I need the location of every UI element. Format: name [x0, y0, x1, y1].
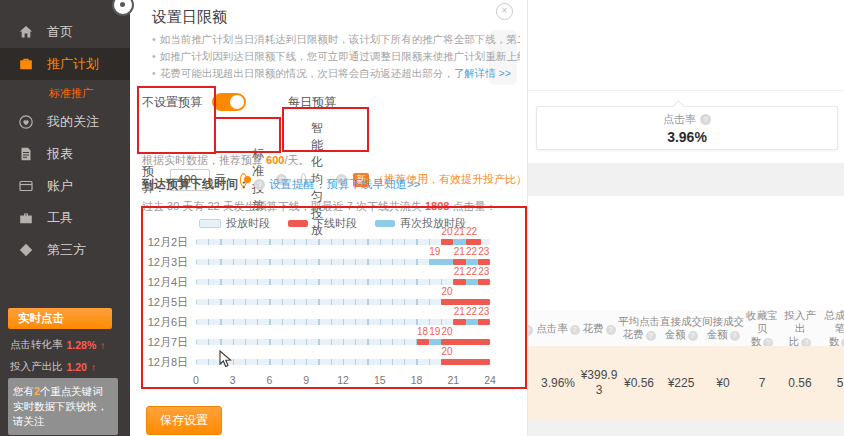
header-line: 收藏宝贝 [746, 309, 778, 334]
x-axis-tick: 3 [230, 374, 236, 386]
legend-label: 投放时段 [226, 216, 270, 231]
segment-hour-label: 23 [478, 266, 489, 277]
realtime-stat: 点击转化率1.28%↑ [10, 334, 128, 356]
column-header: 点击率? [536, 322, 580, 335]
header-line: 总成交笔 [824, 309, 844, 334]
metric-value: ¥399.93 [580, 368, 618, 398]
sidebar-item-label: 第三方 [47, 241, 86, 259]
sidebar-item-首页[interactable]: 首页 [0, 16, 130, 48]
x-axis-tick: 0 [193, 374, 199, 386]
sidebar-item-label: 标准推广 [49, 86, 93, 101]
offline-segment [478, 279, 490, 285]
chart-row-date: 12月6日 [142, 315, 188, 330]
header-line: 比 [789, 335, 800, 347]
rule-bullet: •如当前推广计划当日消耗达到日限额时，该计划下所有的推广将全部下线，第二天自动上… [152, 31, 520, 48]
chart-row-date: 12月8日 [142, 355, 188, 370]
segment-hour-label: 21 [454, 266, 465, 277]
save-settings-button[interactable]: 保存设置 [146, 406, 222, 435]
up-arrow-icon: ↑ [91, 362, 96, 373]
header-line: 金额 [665, 328, 686, 340]
sidebar-item-标准推广[interactable]: 标准推广 [0, 80, 130, 106]
info-icon[interactable]: ? [646, 331, 656, 341]
column-header: 总成交笔数? [820, 309, 844, 348]
sidebar-item-我的关注[interactable]: 我的关注 [0, 106, 130, 138]
x-axis-tick: 21 [447, 374, 459, 386]
bullet-dot: • [152, 33, 156, 45]
sidebar-item-label: 账户 [47, 177, 73, 195]
info-icon[interactable]: ? [570, 325, 580, 335]
gray-band [528, 163, 844, 196]
info-icon[interactable]: ? [527, 325, 533, 336]
column-header: 平均点击花费? [618, 315, 660, 341]
recommend-budget-hint: 根据实时数据，推荐预算 600/天。 [142, 153, 309, 168]
reminder-label: 到达预算下线时间： [142, 176, 250, 193]
x-axis-tick: 18 [411, 374, 423, 386]
info-icon[interactable]: ? [688, 331, 698, 341]
screen: 首页推广计划标准推广我的关注报表账户工具第三方 实时点击 点击转化率1.28%↑… [0, 0, 844, 436]
divider [528, 90, 844, 91]
realtime-notice: 您有2个重点关键词实时数据下跌较快，请关注 [8, 378, 118, 435]
offline-time-reminder-row: 到达预算下线时间： ? 设置提醒，预算下线早知道>> [142, 176, 420, 193]
segment-hour-label: 19 [429, 326, 440, 337]
metric-value: 0.56 [780, 376, 820, 391]
redelivery-segment [466, 279, 478, 285]
segment-hour-label: 22 [466, 246, 477, 257]
info-icon[interactable]: ? [606, 325, 616, 335]
offline-segment [441, 359, 490, 365]
history-lost-clicks: 1808 [425, 200, 449, 212]
hint-value: 600 [266, 154, 284, 166]
close-icon[interactable]: × [496, 3, 513, 20]
bullet-text: 如推广计划因到达日限额下线，您可立即通过调整日限额来使推广计划重新上线 [160, 50, 520, 62]
rule-bullet: •如推广计划因到达日限额下线，您可立即通过调整日限额来使推广计划重新上线 [152, 48, 520, 65]
sidebar-menu: 首页推广计划标准推广我的关注报表账户工具第三方 [0, 16, 130, 266]
history-suffix: 点击量： [449, 200, 496, 212]
legend-label: 下线时段 [313, 216, 357, 231]
info-icon[interactable]: ? [700, 114, 711, 125]
cut-column-edge: ? [528, 319, 536, 337]
delivery-bar [196, 279, 490, 285]
third-party-icon [18, 242, 34, 258]
no-budget-label: 不设置预算 [142, 94, 202, 111]
modal-title: 设置日限额 [152, 8, 227, 27]
offline-segment [441, 339, 490, 345]
sidebar-item-推广计划[interactable]: 推广计划 [0, 48, 130, 80]
report-icon [18, 146, 34, 162]
metrics-table-header: ?点击率?花费?平均点击花费?直接成交金额?间接成交金额?收藏宝贝数?投入产出比… [528, 310, 844, 346]
legend-item-offline: 下线时段 [288, 216, 357, 231]
stat-label: 投入产出比 [10, 360, 63, 374]
set-reminder-link[interactable]: 设置提醒，预算下线早知道>> [269, 177, 420, 192]
offline-segment [453, 319, 465, 325]
segment-hour-label: 20 [442, 326, 453, 337]
sidebar-item-报表[interactable]: 报表 [0, 138, 130, 170]
segment-hour-label: 22 [466, 226, 477, 237]
x-axis-tick: 24 [484, 374, 496, 386]
budget-toggle[interactable] [212, 93, 246, 111]
hint-suffix: /天。 [284, 154, 309, 166]
ctr-tooltip-label: 点击率 [663, 112, 696, 127]
x-axis-tick: 9 [303, 374, 309, 386]
offline-segment [441, 239, 453, 245]
header-line: 花费 [583, 322, 604, 334]
header-line: 数 [751, 335, 762, 347]
x-axis-tick: 6 [267, 374, 273, 386]
delivery-bar [196, 319, 490, 325]
sidebar-item-label: 首页 [47, 23, 73, 41]
header-line: 投入产出 [784, 309, 816, 334]
offline-segment [478, 259, 490, 265]
history-prefix: 过去 30 天有 22 天发生预算下线，取最近 7 次下线共流失 [142, 200, 425, 212]
info-icon[interactable]: ? [730, 331, 740, 341]
redelivery-segment [466, 259, 478, 265]
rule-bullets: •如当前推广计划当日消耗达到日限额时，该计划下所有的推广将全部下线，第二天自动上… [152, 31, 520, 82]
offline-segment [453, 259, 465, 265]
sidebar-item-工具[interactable]: 工具 [0, 202, 130, 234]
offline-segment [453, 279, 465, 285]
budget-toggle-row: 不设置预算 每日预算 [142, 93, 336, 111]
sidebar-item-第三方[interactable]: 第三方 [0, 234, 130, 266]
tools-icon [18, 210, 34, 226]
header-line: 金额 [707, 328, 728, 340]
info-icon[interactable]: ? [254, 179, 265, 190]
learn-more-link[interactable]: 了解详情 >> [454, 67, 511, 79]
offline-segment [466, 239, 482, 245]
sidebar-item-账户[interactable]: 账户 [0, 170, 130, 202]
metric-value: ¥0.56 [618, 376, 660, 391]
